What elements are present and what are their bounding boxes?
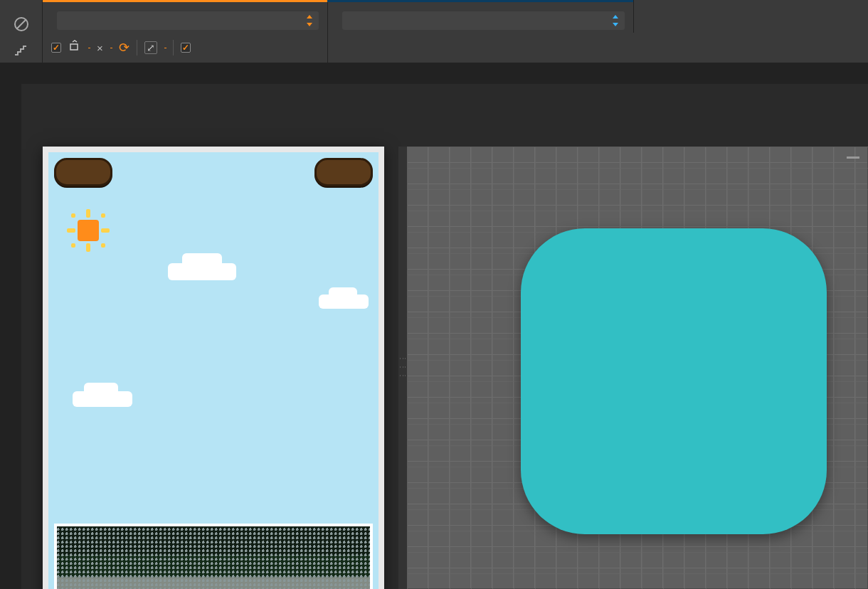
refresh-icon[interactable]: ⟳ bbox=[119, 40, 129, 55]
cloud-icon bbox=[319, 294, 369, 309]
viewport-height-input[interactable] bbox=[110, 48, 112, 48]
rotate-checkbox[interactable] bbox=[51, 43, 61, 53]
device-section: × ⟳ ⤢ bbox=[43, 0, 327, 63]
fit-checkbox[interactable] bbox=[181, 43, 191, 53]
zoom-icon[interactable]: ⤢ bbox=[144, 41, 157, 54]
cancel-icon[interactable] bbox=[10, 13, 33, 36]
app-icon[interactable] bbox=[521, 228, 827, 534]
rotate-icon[interactable] bbox=[68, 40, 81, 55]
message-box[interactable] bbox=[54, 524, 373, 589]
toolbar-gutter bbox=[0, 0, 43, 63]
ruler-horizontal[interactable] bbox=[21, 63, 868, 84]
steps-icon[interactable] bbox=[10, 40, 33, 63]
device-select[interactable] bbox=[57, 11, 319, 30]
separator bbox=[137, 40, 137, 55]
network-section bbox=[327, 0, 633, 63]
dim-multiply: × bbox=[97, 42, 103, 54]
message-text bbox=[57, 526, 370, 538]
devtools-toolbar: × ⟳ ⤢ bbox=[0, 0, 868, 63]
zoom-value[interactable] bbox=[164, 48, 166, 48]
canvas-panel[interactable]: ⋮⋮⋮ bbox=[407, 147, 868, 589]
caret-icon bbox=[305, 14, 314, 28]
cloud-icon bbox=[168, 263, 236, 280]
workspace: ⋮⋮⋮ bbox=[0, 63, 868, 589]
map-button[interactable] bbox=[54, 158, 112, 186]
item-button[interactable] bbox=[314, 158, 373, 186]
game-canvas[interactable] bbox=[48, 152, 379, 589]
ruler-corner bbox=[0, 63, 21, 84]
separator bbox=[173, 40, 174, 55]
sun-icon bbox=[67, 209, 110, 252]
svg-line-1 bbox=[17, 20, 26, 28]
panel-splitter[interactable]: ⋮⋮⋮ bbox=[398, 147, 407, 589]
cloud-icon bbox=[73, 391, 132, 407]
viewport-width-input[interactable] bbox=[88, 48, 90, 48]
network-select[interactable] bbox=[342, 11, 625, 30]
minimize-icon[interactable] bbox=[847, 156, 859, 159]
device-frame bbox=[43, 147, 384, 589]
ruler-vertical[interactable] bbox=[0, 84, 21, 589]
caret-icon bbox=[610, 14, 620, 28]
